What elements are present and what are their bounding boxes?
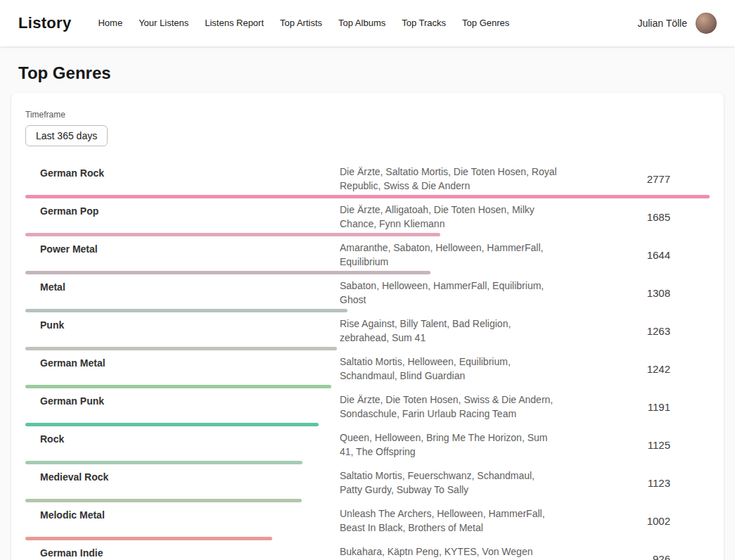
genre-row: German Pop Die Ärzte, Alligatoah, Die To… — [25, 203, 710, 236]
genre-bar — [25, 537, 272, 540]
genre-row: Power Metal Amaranthe, Sabaton, Hellowee… — [25, 241, 710, 274]
nav-item-top-genres[interactable]: Top Genres — [462, 0, 509, 46]
genre-bar — [25, 461, 302, 464]
genre-name: Melodic Metal — [25, 507, 340, 522]
genre-row-grid: Metal Sabaton, Helloween, HammerFall, Eq… — [25, 279, 710, 307]
genre-artists: Saltatio Mortis, Helloween, Equilibrium,… — [340, 355, 558, 383]
main-nav: Home Your Listens Listens Report Top Art… — [98, 0, 637, 46]
genre-artists: Rise Against, Billy Talent, Bad Religion… — [340, 317, 558, 345]
genre-artists: Unleash The Archers, Helloween, HammerFa… — [340, 507, 558, 535]
genre-row-grid: Rock Queen, Helloween, Bring Me The Hori… — [25, 431, 710, 459]
user-menu[interactable]: Julian Tölle — [637, 13, 717, 34]
genre-artists: Saltatio Mortis, Feuerschwanz, Schandmau… — [340, 469, 558, 497]
genre-count: 1242 — [558, 363, 710, 375]
genre-row: Rock Queen, Helloween, Bring Me The Hori… — [25, 431, 710, 464]
genre-bar — [25, 385, 331, 388]
genre-artists: Bukahara, Käptn Peng, KYTES, Von Wegen L… — [340, 545, 558, 560]
genre-count: 1644 — [558, 249, 710, 261]
genre-row: German Rock Die Ärzte, Saltatio Mortis, … — [25, 165, 710, 198]
genre-count: 1191 — [558, 401, 710, 413]
genre-row: Punk Rise Against, Billy Talent, Bad Rel… — [25, 317, 710, 350]
genre-name: Punk — [25, 317, 340, 332]
genre-count: 2777 — [558, 173, 710, 185]
nav-item-your-listens[interactable]: Your Listens — [139, 0, 188, 46]
genre-count: 1308 — [558, 287, 710, 299]
genre-row-grid: German Indie Bukahara, Käptn Peng, KYTES… — [25, 545, 710, 560]
genre-name: German Punk — [25, 393, 340, 408]
genre-artists: Sabaton, Helloween, HammerFall, Equilibr… — [340, 279, 558, 307]
nav-item-top-albums[interactable]: Top Albums — [338, 0, 385, 46]
genre-row: German Metal Saltatio Mortis, Helloween,… — [25, 355, 710, 388]
genre-row: German Indie Bukahara, Käptn Peng, KYTES… — [25, 545, 710, 560]
genre-name: German Pop — [25, 203, 340, 218]
user-avatar[interactable] — [696, 13, 717, 34]
genre-bar — [25, 347, 337, 350]
genre-name: German Indie — [25, 545, 340, 560]
genre-name: Metal — [25, 279, 340, 294]
genre-name: Medieval Rock — [25, 469, 340, 484]
genre-name: Rock — [25, 431, 340, 446]
genre-count: 1123 — [558, 477, 710, 489]
timeframe-filter: Timeframe Last 365 days — [25, 110, 710, 146]
genre-row: Medieval Rock Saltatio Mortis, Feuerschw… — [25, 469, 710, 502]
timeframe-select[interactable]: Last 365 days — [25, 125, 108, 146]
user-name: Julian Tölle — [637, 18, 687, 29]
genre-bar — [25, 233, 440, 236]
genre-row-grid: Power Metal Amaranthe, Sabaton, Hellowee… — [25, 241, 710, 269]
genre-artists: Die Ärzte, Die Toten Hosen, Swiss & Die … — [340, 393, 558, 421]
genre-rows: German Rock Die Ärzte, Saltatio Mortis, … — [25, 165, 710, 560]
timeframe-label: Timeframe — [25, 110, 710, 120]
genre-artists: Queen, Helloween, Bring Me The Horizon, … — [340, 431, 558, 459]
top-genres-card: Timeframe Last 365 days German Rock Die … — [11, 93, 724, 560]
app-header: Listory Home Your Listens Listens Report… — [0, 0, 735, 46]
genre-count: 1002 — [558, 515, 710, 527]
genre-row: German Punk Die Ärzte, Die Toten Hosen, … — [25, 393, 710, 426]
genre-row-grid: Punk Rise Against, Billy Talent, Bad Rel… — [25, 317, 710, 345]
genre-row: Metal Sabaton, Helloween, HammerFall, Eq… — [25, 279, 710, 312]
main-content: Top Genres Timeframe Last 365 days Germa… — [0, 63, 735, 560]
app-logo[interactable]: Listory — [18, 14, 71, 32]
genre-artists: Die Ärzte, Saltatio Mortis, Die Toten Ho… — [340, 165, 558, 193]
genre-artists: Amaranthe, Sabaton, Helloween, HammerFal… — [340, 241, 558, 269]
genre-name: Power Metal — [25, 241, 340, 256]
genre-row-grid: Medieval Rock Saltatio Mortis, Feuerschw… — [25, 469, 710, 497]
genre-row-grid: Melodic Metal Unleash The Archers, Hello… — [25, 507, 710, 535]
genre-bar — [25, 309, 347, 312]
genre-bar — [25, 499, 302, 502]
nav-item-top-artists[interactable]: Top Artists — [280, 0, 322, 46]
nav-item-listens-report[interactable]: Listens Report — [205, 0, 264, 46]
genre-row-grid: German Rock Die Ärzte, Saltatio Mortis, … — [25, 165, 710, 193]
genre-row: Melodic Metal Unleash The Archers, Hello… — [25, 507, 710, 540]
genre-bar — [25, 423, 319, 426]
genre-count: 1685 — [558, 211, 710, 223]
genre-row-grid: German Pop Die Ärzte, Alligatoah, Die To… — [25, 203, 710, 231]
genre-bar — [25, 271, 430, 274]
page-title: Top Genres — [18, 63, 717, 83]
genre-count: 926 — [558, 553, 710, 560]
genre-name: German Rock — [25, 165, 340, 180]
genre-row-grid: German Metal Saltatio Mortis, Helloween,… — [25, 355, 710, 383]
nav-item-home[interactable]: Home — [98, 0, 122, 46]
genre-count: 1125 — [558, 439, 710, 451]
genre-bar — [25, 195, 710, 198]
genre-row-grid: German Punk Die Ärzte, Die Toten Hosen, … — [25, 393, 710, 421]
genre-name: German Metal — [25, 355, 340, 370]
genre-artists: Die Ärzte, Alligatoah, Die Toten Hosen, … — [340, 203, 558, 231]
genre-count: 1263 — [558, 325, 710, 337]
nav-item-top-tracks[interactable]: Top Tracks — [402, 0, 446, 46]
